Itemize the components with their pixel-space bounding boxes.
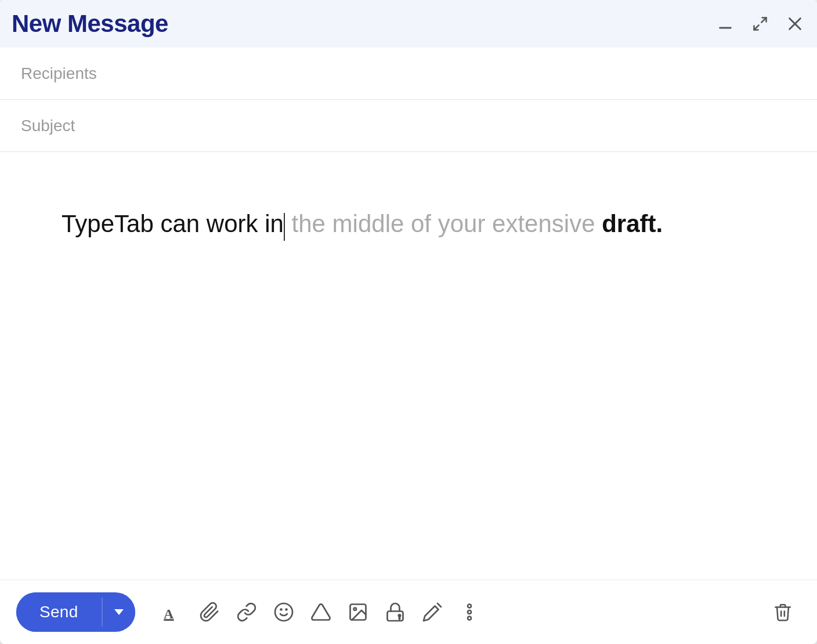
compose-window: New Message (0, 0, 817, 644)
photo-button[interactable] (339, 597, 377, 627)
confidential-button[interactable] (377, 597, 414, 627)
suggestion-text: the middle of your extensive (285, 210, 602, 237)
recipients-field[interactable] (0, 48, 817, 100)
delete-draft-button[interactable] (765, 598, 801, 627)
bold-text: draft. (602, 210, 663, 237)
body-text: TypeTab can work in the middle of your e… (21, 173, 796, 275)
chevron-down-icon (114, 609, 124, 615)
svg-text:A: A (164, 606, 174, 621)
signature-button[interactable] (414, 597, 451, 627)
close-button[interactable] (785, 13, 805, 34)
recipients-input[interactable] (21, 64, 796, 83)
compose-toolbar: Send A (0, 580, 817, 644)
svg-point-11 (353, 608, 356, 611)
typed-text: TypeTab can work in (62, 210, 284, 237)
svg-line-15 (438, 603, 441, 607)
attach-button[interactable] (191, 597, 228, 627)
send-button-group: Send (16, 592, 135, 632)
subject-input[interactable] (21, 117, 796, 135)
send-dropdown-button[interactable] (103, 599, 135, 625)
header-actions (715, 13, 805, 34)
expand-button[interactable] (750, 13, 771, 34)
compose-header: New Message (0, 0, 817, 48)
svg-point-18 (468, 617, 471, 620)
send-button[interactable]: Send (16, 592, 102, 632)
svg-point-17 (468, 610, 471, 614)
link-button[interactable] (228, 597, 265, 627)
drive-button[interactable] (302, 597, 339, 627)
subject-field[interactable] (0, 100, 817, 152)
formatting-button[interactable]: A (154, 597, 191, 627)
compose-title: New Message (12, 10, 168, 38)
more-options-button[interactable] (451, 597, 488, 627)
svg-point-7 (275, 603, 292, 621)
emoji-button[interactable] (265, 597, 302, 627)
svg-point-16 (468, 605, 471, 608)
minimize-button[interactable] (715, 13, 736, 34)
compose-body[interactable]: TypeTab can work in the middle of your e… (0, 152, 817, 580)
